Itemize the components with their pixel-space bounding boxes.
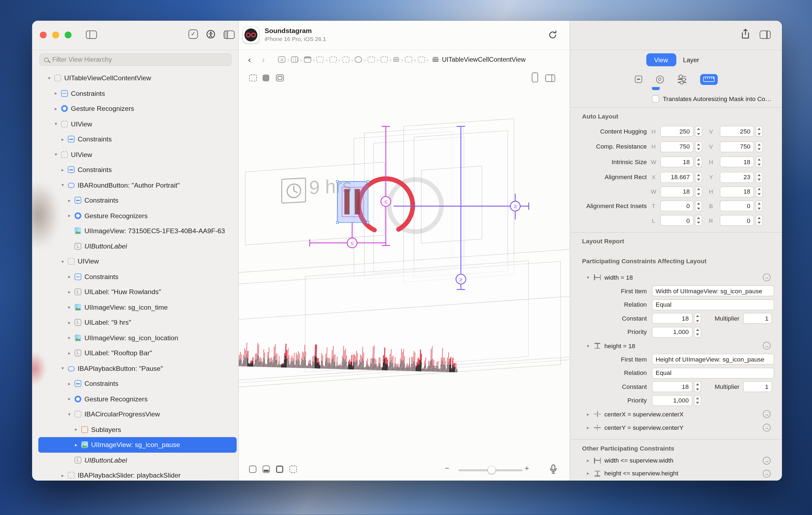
value-field[interactable]: 18 (720, 186, 754, 197)
tree-row[interactable]: ▸ UIImageView: sg_icon_time (32, 299, 238, 315)
inspector-tab-size[interactable] (700, 74, 717, 85)
tree-row[interactable]: ▸ Gesture Recognizers (32, 208, 238, 223)
value-field[interactable]: 0 (660, 200, 693, 211)
disclosure-triangle[interactable]: ▸ (66, 289, 73, 295)
disclosure-triangle[interactable]: ▸ (66, 335, 73, 341)
back-button[interactable]: ‹ (248, 55, 251, 64)
stepper-down[interactable] (694, 318, 701, 323)
disclosure-triangle[interactable]: ▸ (66, 274, 73, 279)
first-item-field[interactable]: Width of UIImageView: sg_icon_pause (652, 286, 774, 296)
stepper-down[interactable] (756, 177, 762, 182)
stepper[interactable] (694, 381, 701, 392)
first-item-field[interactable]: Height of UIImageView: sg_icon_pause (652, 354, 774, 365)
stepper-down[interactable] (695, 177, 702, 182)
goto-arrow-button[interactable]: → (763, 273, 771, 281)
jump-bar-current[interactable]: UITableViewCellContentView (433, 56, 525, 63)
minimize-button[interactable] (52, 32, 59, 38)
stepper-down[interactable] (695, 192, 702, 197)
constraint-header[interactable]: ▾ height = 18 → (570, 339, 782, 352)
stepper-down[interactable] (756, 162, 762, 167)
stepper-up[interactable] (695, 126, 702, 131)
stepper[interactable] (695, 141, 702, 152)
jump-bar-item-icon[interactable] (342, 57, 349, 63)
stepper-down[interactable] (694, 332, 701, 337)
tree-row[interactable]: ▸ Gesture Recognizers (32, 391, 238, 407)
disclosure-triangle[interactable]: ▸ (52, 91, 60, 96)
microphone-icon[interactable] (549, 464, 557, 477)
filter-field[interactable]: Filter View Hierarchy (39, 53, 232, 66)
value-field[interactable]: 0 (720, 200, 754, 211)
toggle-sidebar-icon[interactable] (86, 31, 97, 39)
constant-field[interactable]: 18 (652, 381, 692, 392)
stepper[interactable] (695, 200, 702, 211)
priority-field[interactable]: 1,000 (652, 326, 692, 338)
relation-field[interactable]: Equal (652, 368, 774, 378)
stepper[interactable] (695, 186, 702, 197)
value-field[interactable]: 18 (720, 156, 754, 167)
disclosure-triangle[interactable]: ▾ (59, 366, 66, 371)
stepper[interactable] (694, 313, 701, 324)
inspector-tab-quick-help[interactable] (656, 75, 664, 83)
stepper-down[interactable] (756, 147, 762, 151)
tree-row[interactable]: ▸ Constraints (32, 86, 238, 101)
inspector-tab-attributes[interactable] (678, 76, 686, 83)
tree-row[interactable]: ▸ Constraints (32, 132, 238, 147)
disclosure-triangle[interactable]: ▸ (585, 411, 591, 417)
inspector-scroll[interactable]: Translates Autoresizing Mask into Co… Au… (570, 87, 782, 481)
disclosure-triangle[interactable]: ▸ (59, 137, 66, 142)
stepper-down[interactable] (695, 131, 702, 136)
stepper-up[interactable] (756, 157, 762, 162)
stepper-down[interactable] (694, 387, 701, 392)
stepper-up[interactable] (756, 142, 762, 147)
jump-bar-item-icon[interactable] (368, 57, 375, 63)
value-field[interactable]: 23 (720, 172, 754, 183)
3d-view-canvas[interactable]: 9 hrs (239, 90, 570, 460)
disclosure-triangle[interactable]: ▸ (66, 381, 73, 386)
tree-row[interactable]: ▸ Constraints (32, 162, 238, 177)
tree-row[interactable]: ▾ UIView (32, 254, 238, 269)
stepper-up[interactable] (695, 172, 702, 177)
stepper-up[interactable] (694, 396, 701, 401)
stepper-down[interactable] (695, 147, 702, 151)
tree-row[interactable]: ▾ UITableViewCellContentView (32, 70, 238, 86)
tree-row[interactable]: ▾ IBARoundButton: "Author Portrait" (32, 177, 238, 193)
stepper[interactable] (755, 172, 763, 183)
value-field[interactable]: 18.667 (660, 172, 693, 183)
toggle-right-sidebar-icon[interactable] (760, 31, 771, 39)
tree-row[interactable]: ▾ IBACircularProgressView (32, 407, 238, 422)
accessibility-icon[interactable] (206, 29, 215, 39)
jump-bar-item-icon[interactable] (393, 57, 400, 62)
stepper-up[interactable] (695, 157, 702, 162)
jump-bar-item-icon[interactable] (329, 57, 337, 63)
stepper[interactable] (695, 126, 702, 137)
stepper[interactable] (755, 156, 763, 167)
stepper-up[interactable] (694, 382, 701, 387)
forward-button[interactable]: › (262, 55, 265, 64)
tree-row[interactable]: ▸ UILabel: "9 hrs" (32, 315, 238, 330)
constraint-header[interactable]: ▸ centerY = superview.centerY → (570, 421, 782, 434)
multiplier-field[interactable]: 1 (743, 313, 772, 324)
jump-bar-item-icon[interactable] (291, 57, 298, 63)
view-mode-content-icon[interactable] (263, 465, 270, 473)
disclosure-triangle[interactable]: ▾ (52, 152, 60, 157)
clock-icon-view[interactable] (281, 177, 306, 204)
stepper[interactable] (695, 215, 702, 226)
stepper[interactable] (755, 186, 763, 197)
disclosure-triangle[interactable]: ▾ (66, 411, 73, 417)
stepper-up[interactable] (694, 327, 701, 332)
disclosure-triangle[interactable]: ▸ (66, 320, 73, 325)
show-clipped-content-icon[interactable] (249, 75, 257, 81)
zoom-button[interactable] (65, 32, 71, 38)
goto-arrow-button[interactable]: → (763, 457, 771, 464)
stepper-down[interactable] (756, 192, 762, 197)
value-field[interactable]: 250 (720, 126, 754, 137)
disclosure-triangle[interactable]: ▾ (46, 75, 53, 81)
goto-arrow-button[interactable]: → (763, 469, 771, 477)
jump-bar-item-icon[interactable] (304, 57, 311, 63)
value-field[interactable]: 750 (660, 141, 693, 152)
stepper[interactable] (755, 215, 763, 226)
stepper[interactable] (695, 172, 702, 183)
value-field[interactable]: 0 (720, 215, 754, 226)
disclosure-triangle[interactable]: ▾ (59, 259, 66, 264)
disclosure-triangle[interactable]: ▸ (66, 396, 73, 401)
